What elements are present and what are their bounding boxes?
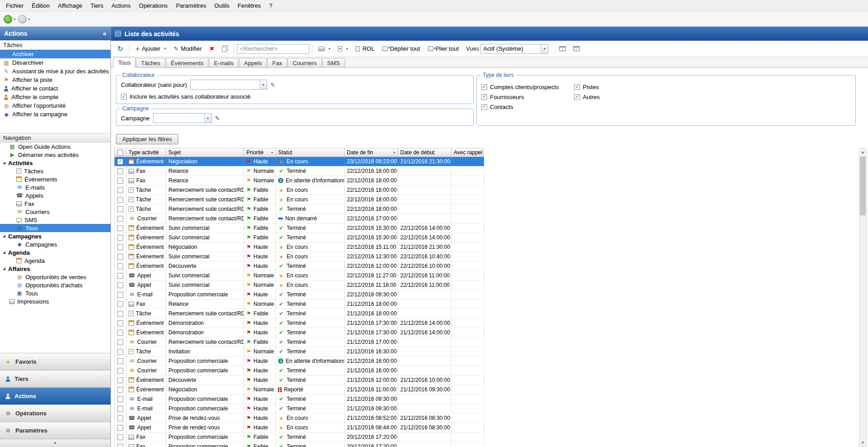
column-header-date-de-debut[interactable]: Date de début bbox=[398, 148, 451, 157]
filter-checkbox-autres[interactable]: Autres bbox=[574, 94, 678, 100]
vertical-scrollbar[interactable]: ▲ ▼ bbox=[859, 148, 867, 447]
row-checkbox[interactable] bbox=[117, 168, 123, 174]
row-checkbox[interactable] bbox=[117, 349, 123, 355]
collapse-sidebar-button[interactable]: « bbox=[103, 30, 106, 37]
table-row[interactable]: ÉvénementDémonstration⚑Haute✔Terminé21/1… bbox=[114, 319, 484, 328]
row-checkbox[interactable] bbox=[117, 263, 123, 269]
nav-back-button[interactable]: → ▾ bbox=[18, 15, 30, 24]
sidebar-section-actions[interactable]: Actions bbox=[0, 387, 110, 404]
tasks-section-title[interactable]: Tâches bbox=[0, 40, 110, 50]
apply-filters-button[interactable]: Appliquer les filtres bbox=[116, 134, 178, 144]
row-checkbox[interactable] bbox=[117, 292, 123, 298]
nav-item-impressions[interactable]: Impressions bbox=[0, 297, 110, 305]
row-checkbox[interactable] bbox=[117, 368, 123, 374]
row-checkbox[interactable] bbox=[117, 320, 123, 326]
sidebar-task-archiver[interactable]: ▦Archiver bbox=[0, 50, 110, 58]
add-button[interactable]: + Ajouter ▾ bbox=[132, 43, 169, 54]
sidebar-task-desarchiver[interactable]: ▧Désarchiver bbox=[0, 58, 110, 67]
table-row[interactable]: ✉CourrierProposition commerciale⚑Haute✔T… bbox=[114, 366, 484, 376]
table-row[interactable]: ✉CourrierRemerciement suite contact/RDV⚑… bbox=[114, 338, 484, 347]
table-row[interactable]: ÉvénementNégociation⚑Haute»En cours22/12… bbox=[114, 243, 484, 252]
sidebar-section-parametres[interactable]: ⚙Paramètres bbox=[0, 422, 110, 439]
sidebar-section-operations[interactable]: ⚙Opérations bbox=[0, 404, 110, 422]
sidebar-task-assistant-de-mise-a-jour-des-activites[interactable]: ✎Assistant de mise à jour des activités … bbox=[0, 67, 110, 76]
tab-e-mails[interactable]: E-mails bbox=[209, 58, 238, 67]
sidebar-task-afficher-l-opportunite[interactable]: ◎Afficher l'opportunité bbox=[0, 101, 110, 110]
nav-item-agenda[interactable]: Agenda bbox=[0, 257, 110, 265]
row-checkbox[interactable] bbox=[117, 387, 123, 393]
sidebar-section-favoris[interactable]: ★Favoris bbox=[0, 353, 110, 370]
refresh-button[interactable]: ↻ bbox=[114, 43, 126, 54]
row-checkbox[interactable] bbox=[117, 244, 123, 250]
nav-group-activites[interactable]: Activités bbox=[0, 159, 110, 167]
nav-item-appels[interactable]: ☎Appels bbox=[0, 191, 110, 200]
menu-actions[interactable]: Actions bbox=[107, 0, 135, 11]
table-row[interactable]: ✉E-mailProposition commerciale⚑Haute✔Ter… bbox=[114, 395, 484, 404]
table-row[interactable]: ✉E-mailProposition commerciale⚑Haute✔Ter… bbox=[114, 404, 484, 414]
select-all-checkbox[interactable] bbox=[117, 150, 123, 156]
row-checkbox[interactable] bbox=[117, 425, 123, 431]
table-row[interactable]: ÉvénementSuivi commercial⚑Haute»En cours… bbox=[114, 252, 484, 262]
grid-edit-button[interactable] bbox=[570, 44, 583, 53]
row-checkbox[interactable] bbox=[117, 444, 123, 447]
table-row[interactable]: ÉvénementNégociation⚑Haute»En cours23/12… bbox=[114, 157, 484, 166]
row-checkbox[interactable] bbox=[117, 273, 123, 279]
sidebar-task-afficher-le-contact[interactable]: Afficher le contact bbox=[0, 84, 110, 93]
nav-group-affaires[interactable]: Affaires bbox=[0, 265, 110, 273]
row-checkbox[interactable] bbox=[117, 415, 123, 421]
include-no-collaborator-checkbox[interactable]: Inclure les activités sans collaborateur… bbox=[121, 93, 250, 100]
table-row[interactable]: ÉvénementNégociation⚑NormaleReporté21/12… bbox=[114, 385, 484, 395]
menu-fenetres[interactable]: Fenêtres bbox=[234, 0, 265, 11]
column-filter-icon[interactable]: ▾ bbox=[393, 151, 395, 155]
row-checkbox[interactable] bbox=[117, 330, 123, 336]
filter-checkbox-pistes[interactable]: Pistes bbox=[574, 84, 678, 90]
collapse-all-button[interactable]: Plier tout bbox=[425, 43, 462, 54]
print-button[interactable]: ▾ bbox=[315, 45, 333, 53]
tab-taches[interactable]: Tâches bbox=[136, 58, 165, 67]
rol-button[interactable]: ROL bbox=[352, 43, 378, 54]
nav-item-evenements[interactable]: Événements bbox=[0, 175, 110, 183]
collaborateur-select[interactable]: ▾ bbox=[190, 80, 267, 90]
table-row[interactable]: ☎AppelSuivi commercial⚑Normale»En cours2… bbox=[114, 271, 484, 281]
menu-operations[interactable]: Opérations bbox=[135, 0, 172, 11]
row-checkbox[interactable] bbox=[117, 377, 123, 383]
row-checkbox[interactable] bbox=[117, 159, 123, 165]
export-button[interactable]: ▾ bbox=[335, 44, 351, 53]
nav-item-demarrer-mes-activites[interactable]: ▶Démarrer mes activités bbox=[0, 151, 110, 159]
nav-item-opportunites-de-ventes[interactable]: ◎Opportunités de ventes bbox=[0, 273, 110, 281]
row-checkbox[interactable] bbox=[117, 225, 123, 231]
column-header-priorite[interactable]: Priorité▾ bbox=[244, 148, 276, 157]
row-checkbox[interactable] bbox=[117, 206, 123, 212]
nav-item-tous[interactable]: ▣Tous bbox=[0, 224, 110, 232]
row-checkbox[interactable] bbox=[117, 282, 123, 288]
table-row[interactable]: FaxRelance⚑Normale✔Terminé22/12/2016 18:… bbox=[114, 166, 484, 176]
edit-collaborateur-button[interactable]: ✎ bbox=[270, 81, 275, 88]
sidebar-scroll-down-button[interactable]: ▼ bbox=[0, 439, 110, 447]
table-row[interactable]: FaxProposition commerciale⚑Faible✔Termin… bbox=[114, 433, 484, 442]
scroll-up-button[interactable]: ▲ bbox=[859, 148, 866, 156]
expand-all-button[interactable]: Déplier tout bbox=[379, 43, 423, 54]
menu-edition[interactable]: Édition bbox=[28, 0, 54, 11]
views-select[interactable]: Actif (Système) ▾ bbox=[480, 44, 548, 54]
nav-item-opportunites-d-achats[interactable]: ◎Opportunités d'achats bbox=[0, 281, 110, 289]
nav-item-campagnes[interactable]: ◆Campagnes bbox=[0, 240, 110, 248]
column-header-avec-rappel[interactable]: Avec rappel bbox=[451, 148, 484, 157]
nav-item-courriers[interactable]: ✉Courriers bbox=[0, 208, 110, 216]
menu-item[interactable]: ? bbox=[265, 0, 276, 11]
table-row[interactable]: ÉvénementSuivi commercial⚑Faible✔Terminé… bbox=[114, 233, 484, 243]
row-checkbox[interactable] bbox=[117, 216, 123, 222]
delete-button[interactable]: ✖ bbox=[206, 44, 218, 53]
table-row[interactable]: TâcheRemerciement suite contact/RDV⚑Faib… bbox=[114, 309, 484, 319]
menu-outils[interactable]: Outils bbox=[211, 0, 234, 11]
tab-evenements[interactable]: Événements bbox=[166, 58, 208, 67]
nav-item-open-guide-actions[interactable]: ▦Open Guide Actions bbox=[0, 143, 110, 151]
row-checkbox[interactable] bbox=[117, 406, 123, 412]
column-header-date-de-fin[interactable]: Date de fin▾ bbox=[345, 148, 398, 157]
tab-fax[interactable]: Fax bbox=[267, 58, 287, 67]
table-row[interactable]: ✉E-mailProposition commerciale⚑Haute✔Ter… bbox=[114, 290, 484, 300]
table-row[interactable]: TâcheInvitation⚑Normale✔Terminé21/12/201… bbox=[114, 347, 484, 357]
grid-settings-button[interactable] bbox=[556, 44, 569, 53]
row-checkbox[interactable] bbox=[117, 235, 123, 241]
copy-button[interactable] bbox=[219, 43, 231, 54]
row-checkbox[interactable] bbox=[117, 187, 123, 193]
